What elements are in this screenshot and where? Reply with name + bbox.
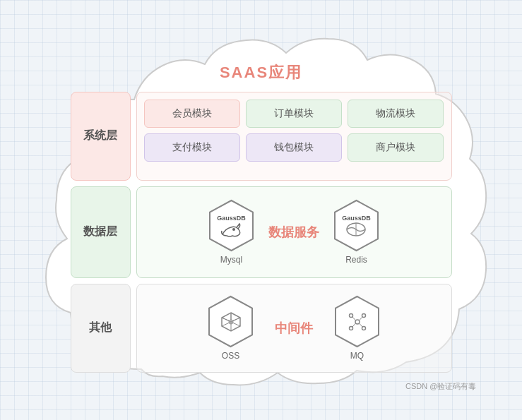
svg-line-22 xyxy=(352,323,355,327)
mq-icon xyxy=(345,310,369,334)
data-content: GaussDB Mysql xyxy=(144,194,444,270)
mysql-hex-inner: GaussDB xyxy=(217,215,246,237)
oss-hex xyxy=(208,295,254,348)
svg-point-17 xyxy=(362,313,365,317)
mysql-hex: GaussDB xyxy=(208,199,254,252)
svg-point-1 xyxy=(232,228,235,231)
svg-point-16 xyxy=(349,313,352,317)
cloud-content: SAAS应用 系统层 会员模块 订单模块 物流模块 支付模块 钱包模块 商户模块 xyxy=(71,62,452,373)
mysql-gauss-text: GaussDB xyxy=(217,215,246,222)
saas-title: SAAS应用 xyxy=(71,62,452,83)
redis-hex: GaussDB xyxy=(333,199,379,252)
data-row: 数据层 GaussDB xyxy=(71,186,452,278)
middleware-label: 中间件 xyxy=(275,320,313,337)
dolphin-icon xyxy=(220,222,242,237)
mysql-item: GaussDB Mysql xyxy=(208,199,254,265)
main-grid: 系统层 会员模块 订单模块 物流模块 支付模块 钱包模块 商户模块 数据层 xyxy=(71,92,452,373)
mq-item: MQ xyxy=(334,295,380,361)
svg-point-19 xyxy=(362,326,365,330)
mq-label: MQ xyxy=(350,351,364,361)
module-member: 会员模块 xyxy=(144,100,240,128)
system-modules-grid: 会员模块 订单模块 物流模块 支付模块 钱包模块 商户模块 xyxy=(144,100,444,162)
mq-hex xyxy=(334,295,380,348)
module-logistics: 物流模块 xyxy=(348,100,444,128)
oss-label: OSS xyxy=(222,351,239,361)
gaussdb-icon xyxy=(345,222,367,237)
redis-label: Redis xyxy=(345,255,367,265)
svg-line-20 xyxy=(352,317,355,320)
svg-point-18 xyxy=(349,326,352,330)
module-order: 订单模块 xyxy=(246,100,342,128)
other-row-content: OSS 中间件 xyxy=(136,284,452,373)
other-content: OSS 中间件 xyxy=(144,292,444,365)
system-row-content: 会员模块 订单模块 物流模块 支付模块 钱包模块 商户模块 xyxy=(136,92,452,181)
other-layer-label: 其他 xyxy=(71,284,131,373)
redis-item: GaussDB Redis xyxy=(333,199,379,265)
module-wallet: 钱包模块 xyxy=(246,133,342,162)
svg-line-13 xyxy=(232,318,239,320)
data-row-content: GaussDB Mysql xyxy=(136,186,452,278)
redis-hex-inner: GaussDB xyxy=(342,215,371,237)
data-service-label: 数据服务 xyxy=(268,224,319,241)
svg-line-12 xyxy=(222,318,229,320)
cloud-container: SAAS应用 系统层 会员模块 订单模块 物流模块 支付模块 钱包模块 商户模块 xyxy=(32,23,491,397)
module-payment: 支付模块 xyxy=(144,133,240,162)
mysql-label: Mysql xyxy=(220,255,242,265)
svg-line-21 xyxy=(359,317,362,320)
oss-item: OSS xyxy=(208,295,254,361)
system-layer-label: 系统层 xyxy=(71,92,131,181)
system-row: 系统层 会员模块 订单模块 物流模块 支付模块 钱包模块 商户模块 xyxy=(71,92,452,181)
module-merchant: 商户模块 xyxy=(348,133,444,162)
svg-line-23 xyxy=(359,323,362,327)
mq-icon-inner xyxy=(345,310,369,334)
oss-icon xyxy=(219,310,243,334)
svg-point-15 xyxy=(355,320,360,324)
other-row: 其他 xyxy=(71,284,452,373)
watermark: CSDN @验证码有毒 xyxy=(405,381,476,392)
redis-gauss-text: GaussDB xyxy=(342,215,371,222)
oss-icon-inner xyxy=(219,310,243,334)
data-layer-label: 数据层 xyxy=(71,186,131,278)
